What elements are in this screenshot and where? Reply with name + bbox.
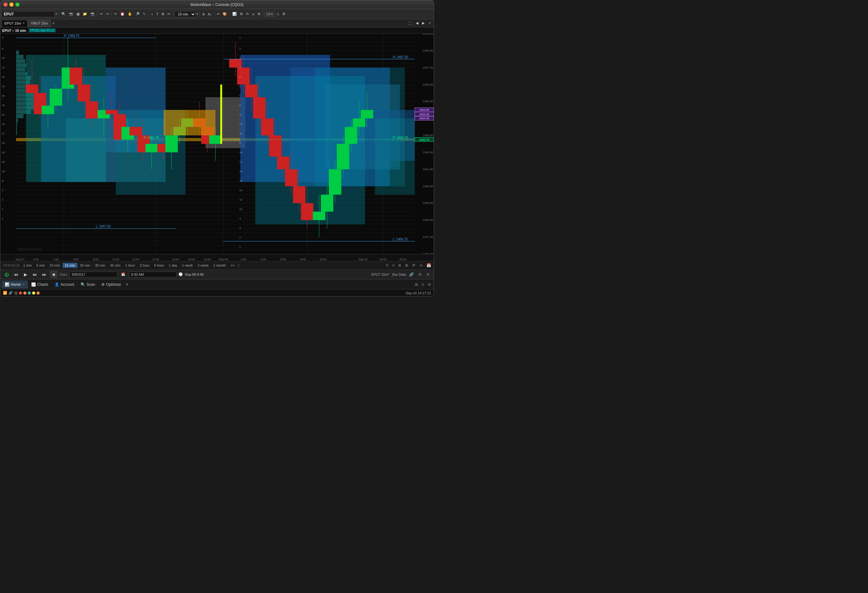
symbol-dropdown-arrow[interactable]: ▾ xyxy=(55,12,57,16)
chart-back-button[interactable]: ◀ xyxy=(415,19,419,27)
diamond-button[interactable]: ◇ xyxy=(275,10,280,18)
bottom-tab-home[interactable]: 📊 Home ✕ xyxy=(1,280,28,289)
status-icons: 📶 🔗 ⛓ xyxy=(3,291,40,295)
tf-20min[interactable]: 20 min xyxy=(78,263,93,268)
bottom-settings-button[interactable]: ⚙ xyxy=(427,282,433,288)
close-button[interactable] xyxy=(3,3,7,7)
add-chart-tab-button[interactable]: + xyxy=(51,21,56,26)
maximize-button[interactable] xyxy=(15,3,19,7)
refresh-button[interactable]: ↻ xyxy=(245,10,250,18)
color-button[interactable]: 🎨 xyxy=(221,10,228,18)
tf-15min[interactable]: 15 min xyxy=(63,263,77,268)
bottom-tab-charts[interactable]: 📈 Charts xyxy=(28,280,51,289)
playback-cal-button[interactable]: 📅 xyxy=(119,271,127,278)
playback-start-time[interactable] xyxy=(129,271,177,277)
plus-button[interactable]: + xyxy=(150,10,154,18)
chart-forward-button[interactable]: ▶ xyxy=(421,19,426,27)
tf-1month[interactable]: 1 month xyxy=(211,263,228,268)
tab-right-controls: ⛶ ◀ ▶ ⤢ xyxy=(407,19,433,27)
bottom-copy-button[interactable]: ⎘ xyxy=(421,282,425,288)
tf-10min[interactable]: 10 min xyxy=(47,263,62,268)
text-button[interactable]: T xyxy=(155,10,159,18)
cursor-button[interactable]: ⊕ xyxy=(160,10,165,18)
undo-button[interactable]: ↩ xyxy=(99,10,104,18)
tf-filter-button[interactable]: ⊞ xyxy=(404,263,409,268)
folder-button[interactable]: 📁 xyxy=(81,10,89,18)
chart-fullscreen-button[interactable]: ⤢ xyxy=(427,19,433,27)
tf-2week[interactable]: 2 week xyxy=(195,263,211,268)
global-settings-button[interactable]: ⚙ xyxy=(281,10,287,18)
tf-more[interactable]: >> xyxy=(229,263,237,268)
tools-button[interactable]: ✂ xyxy=(113,10,118,18)
tf-list-button[interactable]: ≡ xyxy=(391,263,396,268)
grid-button[interactable]: ▦ xyxy=(75,10,81,18)
playback-play-button[interactable]: ▶ xyxy=(22,271,29,278)
add-bottom-tab-button[interactable]: + xyxy=(124,282,130,288)
config-button[interactable]: ⚙ xyxy=(256,10,262,18)
tf-2hour[interactable]: 2 hour xyxy=(137,263,152,268)
main-toolbar: ▾ 🔍 📷 ▦ 📁 📸 ↩ ↪ ✂ ⏰ ✋ 🔎 ↖ + T ⊕ ✏ 15 min… xyxy=(0,9,434,19)
chart-area: EPU7 – 15 min TPC81.day.30.(2) Sep-072:0… xyxy=(0,27,434,261)
interval-dropdown-arrow[interactable]: ▾ xyxy=(196,12,198,16)
playback-link-icon-button[interactable]: 🔗 xyxy=(408,271,415,277)
bottom-tab-scan[interactable]: 🔍 Scan xyxy=(77,280,98,289)
zoom-in-button[interactable]: 🔍 xyxy=(60,10,67,18)
camera-button[interactable]: 📸 xyxy=(89,10,96,18)
chart-tab-epu7[interactable]: EPU7 15m ✕ xyxy=(1,20,28,27)
chart-maximize-button[interactable]: ⛶ xyxy=(407,19,413,27)
table-button[interactable]: ≡ xyxy=(251,10,255,18)
tf-1week[interactable]: 1 week xyxy=(180,263,195,268)
playback-start-date[interactable] xyxy=(69,271,117,277)
tf-1hour[interactable]: 1 hour xyxy=(123,263,137,268)
zoom-out-button[interactable]: 🔎 xyxy=(134,10,141,18)
chart-tab-ymu7[interactable]: YMU7 15m xyxy=(28,20,51,27)
time-label: 4:00 xyxy=(53,258,59,261)
bottom-tab-home-close[interactable]: ✕ xyxy=(22,282,25,286)
playback-beginning-button[interactable]: ⏮ xyxy=(12,271,20,278)
tf-6hour[interactable]: 6 hour xyxy=(152,263,166,268)
minimize-button[interactable] xyxy=(9,3,13,7)
status-time: Sep-10 14:17:21 xyxy=(406,291,431,295)
tf-1day[interactable]: 1 day xyxy=(167,263,179,268)
bottom-tab-account[interactable]: 👤 Account xyxy=(51,280,77,289)
line-style-button[interactable]: ━ xyxy=(216,10,221,18)
clock-button[interactable]: ⏰ xyxy=(119,10,126,18)
bottom-tab-optimize-label: Optimize xyxy=(106,282,121,287)
timeframe-bar: OFA®(8,3) 1 min 5 min 10 min 15 min 20 m… xyxy=(0,261,434,270)
time-label: 2:00 xyxy=(33,258,39,261)
tf-1min[interactable]: 1 min xyxy=(21,263,34,268)
tf-list2-button[interactable]: ≣ xyxy=(397,263,403,268)
playback-stop-button[interactable]: ■ xyxy=(50,271,58,278)
playback-right-controls: EPU7 15m* Bar Data 🔗 ⚙ ✕ xyxy=(371,271,431,277)
tf-calendar-button[interactable]: 📅 xyxy=(425,263,433,268)
playback-close-button[interactable]: ✕ xyxy=(425,272,431,277)
tf-eye-button[interactable]: 👁 xyxy=(411,263,417,268)
playback-settings-button[interactable]: ⚙ xyxy=(417,271,423,277)
playback-power-button[interactable]: ⏻ xyxy=(3,271,10,278)
interval-selector[interactable]: 15 min 1 min 5 min 30 min 1 hour xyxy=(174,11,196,17)
bottom-tab-optimize[interactable]: ⚙ Optimize xyxy=(98,280,124,289)
screenshot-button[interactable]: 📷 xyxy=(68,10,75,18)
bottom-tile-button[interactable]: ⊞ xyxy=(413,282,419,288)
bar-chart-button[interactable]: 📊 xyxy=(231,10,238,18)
playback-step-forward-button[interactable]: ⏭ xyxy=(31,271,39,278)
font-size-small-button[interactable]: A↓ xyxy=(207,10,213,18)
settings-a-button[interactable]: ⚙ xyxy=(239,10,244,18)
toolbar-sep-8 xyxy=(229,11,230,17)
tf-copy-button[interactable]: ⎘ xyxy=(385,263,390,268)
chart-canvas-wrap[interactable] xyxy=(0,34,434,254)
pointer-button[interactable]: ↖ xyxy=(142,10,147,18)
chart-tab-epu7-close[interactable]: ✕ xyxy=(22,21,25,25)
tf-45min[interactable]: 45 min xyxy=(108,263,123,268)
playback-end-button[interactable]: ⏭ xyxy=(41,271,48,278)
redo-button[interactable]: ↪ xyxy=(105,10,110,18)
playback-symbol-info: EPU7 15m* Bar Data xyxy=(371,273,406,276)
window-controls xyxy=(3,3,19,7)
draw-button[interactable]: ✏ xyxy=(166,10,171,18)
symbol-input[interactable] xyxy=(1,11,55,17)
tf-5min[interactable]: 5 min xyxy=(34,263,47,268)
font-size-button[interactable]: A xyxy=(201,10,206,18)
tf-30min[interactable]: 30 min xyxy=(93,263,108,268)
tf-link-button[interactable]: ⇔ xyxy=(418,263,424,268)
hand-button[interactable]: ✋ xyxy=(127,10,133,18)
